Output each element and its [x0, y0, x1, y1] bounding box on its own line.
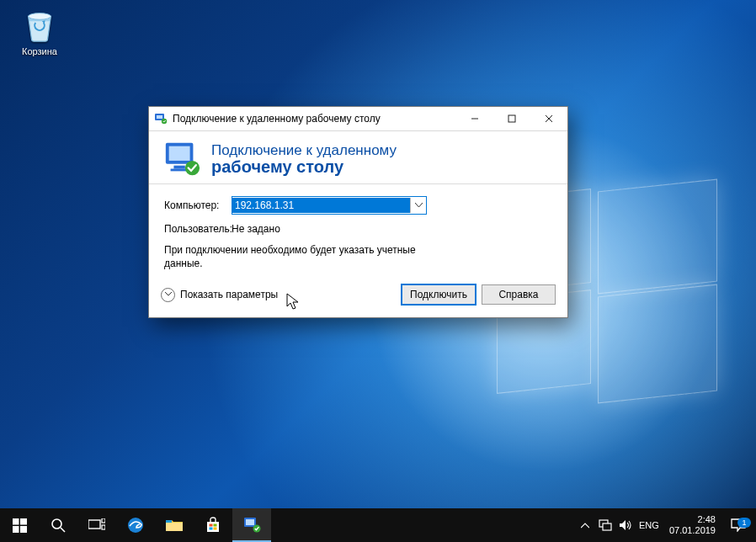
svg-rect-19: [88, 520, 100, 529]
show-options-toggle[interactable]: Показать параметры: [161, 288, 278, 302]
window-close-button[interactable]: [530, 107, 567, 130]
svg-rect-15: [13, 526, 19, 533]
tray-date: 07.01.2019: [669, 525, 716, 536]
svg-rect-20: [102, 518, 105, 523]
svg-rect-24: [166, 520, 172, 523]
svg-rect-21: [102, 525, 105, 529]
svg-point-0: [29, 13, 51, 20]
computer-label: Компьютер:: [164, 199, 232, 211]
taskbar-app-file-explorer[interactable]: [155, 508, 194, 542]
task-view-button[interactable]: [77, 508, 116, 542]
banner-heading-line1: Подключение к удаленному: [211, 142, 397, 159]
user-value: Не задано: [232, 223, 280, 235]
rdp-app-icon: [154, 112, 168, 125]
tray-language[interactable]: ENG: [636, 520, 663, 530]
svg-rect-10: [173, 166, 184, 169]
taskbar-app-store[interactable]: [194, 508, 232, 542]
chevron-down-icon: [161, 288, 175, 302]
desktop-icon-label: Корзина: [10, 46, 69, 56]
action-center-button[interactable]: 1: [722, 518, 754, 532]
tray-chevron-up-icon[interactable]: [575, 508, 595, 542]
computer-input[interactable]: [232, 198, 410, 213]
rdp-banner-icon: [162, 140, 201, 178]
window-title: Подключение к удаленному рабочему столу: [173, 113, 381, 125]
window-maximize-button[interactable]: [493, 107, 530, 130]
svg-rect-28: [214, 528, 217, 530]
chevron-down-icon[interactable]: [410, 198, 426, 213]
svg-rect-33: [603, 523, 611, 530]
tray-network-icon[interactable]: [595, 508, 615, 542]
svg-rect-27: [210, 528, 213, 530]
svg-point-17: [52, 519, 61, 529]
banner-heading-line2: рабочему столу: [211, 157, 397, 177]
taskbar: ENG 2:48 07.01.2019 1: [0, 508, 756, 542]
start-button[interactable]: [0, 508, 39, 542]
window-titlebar[interactable]: Подключение к удаленному рабочему столу: [149, 107, 567, 131]
svg-line-18: [61, 528, 65, 532]
window-minimize-button[interactable]: [456, 107, 493, 130]
taskbar-app-edge[interactable]: [116, 508, 155, 542]
svg-rect-2: [157, 115, 162, 119]
system-tray: ENG 2:48 07.01.2019 1: [575, 508, 756, 542]
connect-button[interactable]: Подключить: [401, 284, 476, 306]
user-label: Пользователь:: [164, 223, 232, 235]
desktop-icon-recycle-bin[interactable]: Корзина: [10, 5, 69, 56]
svg-rect-23: [166, 523, 183, 531]
notification-badge: 1: [737, 518, 751, 528]
show-options-label: Показать параметры: [180, 289, 278, 300]
tray-volume-icon[interactable]: [615, 508, 636, 542]
recycle-bin-icon: [20, 5, 59, 44]
svg-rect-30: [246, 519, 254, 525]
desktop[interactable]: Корзина Подключение к удаленному рабочем…: [0, 0, 756, 542]
svg-rect-26: [214, 524, 217, 527]
tray-clock[interactable]: 2:48 07.01.2019: [663, 514, 722, 535]
rdp-banner: Подключение к удаленному рабочему столу: [149, 131, 567, 184]
svg-rect-25: [210, 524, 213, 527]
computer-combobox[interactable]: [232, 196, 427, 215]
search-button[interactable]: [39, 508, 77, 542]
svg-rect-16: [20, 526, 27, 533]
credentials-note: При подключении необходимо будет указать…: [164, 243, 442, 270]
rdp-window: Подключение к удаленному рабочему столу …: [148, 106, 568, 318]
svg-rect-9: [169, 146, 190, 161]
tray-time: 2:48: [669, 514, 716, 525]
taskbar-app-rdp[interactable]: [232, 508, 271, 542]
svg-rect-5: [508, 115, 515, 122]
svg-rect-13: [13, 518, 19, 525]
help-button[interactable]: Справка: [482, 284, 556, 305]
svg-rect-14: [20, 518, 27, 525]
